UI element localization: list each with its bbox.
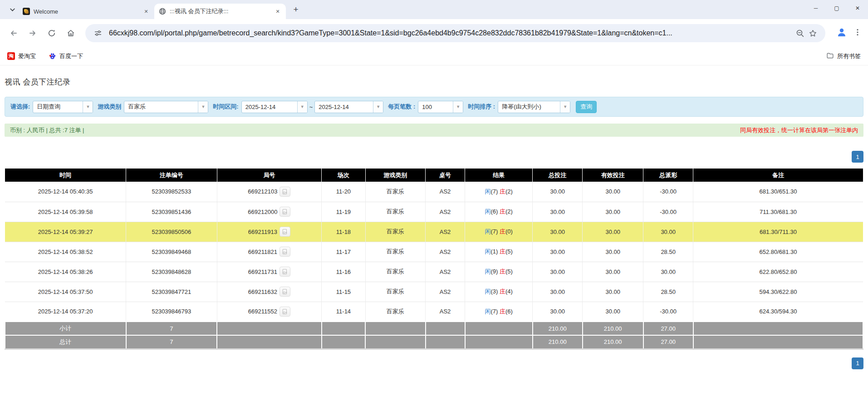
subtotal-valid-bet: 210.00 bbox=[583, 322, 643, 335]
globe-favicon-icon bbox=[159, 8, 166, 15]
close-window-button[interactable]: ✕ bbox=[847, 0, 868, 16]
game-type-select[interactable]: 百家乐 ▼ bbox=[124, 101, 208, 113]
tab-betrecord[interactable]: :::视讯 会员下注纪录::: ✕ bbox=[154, 4, 286, 19]
total-bet-cell[interactable]: 30.00 bbox=[533, 202, 583, 222]
video-replay-button[interactable] bbox=[280, 267, 290, 277]
table-no-cell: AS2 bbox=[426, 262, 465, 282]
browser-menu-icon[interactable] bbox=[853, 28, 862, 38]
round-no-cell: 669211552 bbox=[217, 302, 322, 322]
close-tab-icon[interactable]: ✕ bbox=[142, 8, 150, 15]
video-replay-button[interactable] bbox=[280, 287, 290, 297]
video-replay-button[interactable] bbox=[280, 247, 290, 257]
site-info-tune-icon[interactable] bbox=[92, 27, 104, 40]
date-from-input[interactable]: 2025-12-14 ▼ bbox=[241, 101, 308, 113]
time-cell: 2025-12-14 05:38:26 bbox=[5, 262, 126, 282]
game-type-cell: 百家乐 bbox=[365, 182, 425, 202]
remark-cell: 681.30/651.30 bbox=[693, 182, 863, 202]
search-button[interactable]: 查询 bbox=[576, 101, 597, 113]
tab-welcome[interactable]: Welcome ✕ bbox=[18, 4, 154, 19]
chevron-down-icon[interactable]: ▼ bbox=[198, 101, 208, 113]
new-tab-button[interactable]: + bbox=[289, 3, 302, 16]
table-no-cell: AS2 bbox=[426, 242, 465, 262]
video-replay-button[interactable] bbox=[280, 307, 290, 317]
valid-bet-cell: 30.00 bbox=[583, 202, 643, 222]
film-icon bbox=[282, 228, 288, 235]
total-bet-cell[interactable]: 30.00 bbox=[533, 302, 583, 322]
chevron-down-icon[interactable]: ▼ bbox=[83, 101, 93, 113]
bookmark-aitaobao[interactable]: 淘 爱淘宝 bbox=[7, 52, 36, 60]
valid-bet-cell: 30.00 bbox=[583, 262, 643, 282]
subtotal-total-bet: 210.00 bbox=[533, 322, 583, 335]
time-cell: 2025-12-14 05:39:58 bbox=[5, 202, 126, 222]
table-row: 2025-12-14 05:38:52 523039849468 6692118… bbox=[5, 242, 863, 262]
profile-avatar-icon[interactable] bbox=[836, 27, 847, 40]
minimize-button[interactable]: ─ bbox=[805, 0, 826, 16]
query-type-select[interactable]: 日期查询 ▼ bbox=[33, 101, 93, 113]
table-row: 2025-12-14 05:37:20 523039846793 6692115… bbox=[5, 302, 863, 322]
time-cell: 2025-12-14 05:40:35 bbox=[5, 182, 126, 202]
remark-cell: 711.30/681.30 bbox=[693, 202, 863, 222]
chevron-down-icon[interactable]: ▼ bbox=[373, 101, 383, 113]
table-row: 2025-12-14 05:39:58 523039851436 6692120… bbox=[5, 202, 863, 222]
bet-no-cell: 523039846793 bbox=[126, 302, 217, 322]
round-no-cell: 669211731 bbox=[217, 262, 322, 282]
back-button[interactable] bbox=[6, 26, 21, 40]
col-payout: 总派彩 bbox=[643, 169, 693, 182]
zoom-out-icon[interactable] bbox=[794, 27, 806, 40]
video-replay-button[interactable] bbox=[280, 187, 290, 197]
bet-no-cell: 523039852533 bbox=[126, 182, 217, 202]
col-bet-no: 注单编号 bbox=[126, 169, 217, 182]
chevron-down-icon[interactable]: ▼ bbox=[453, 101, 463, 113]
all-bookmarks-button[interactable]: 所有书签 bbox=[826, 52, 861, 61]
bet-note-warning: 同局有效投注，统一计算在该局第一张注单内 bbox=[740, 126, 858, 134]
total-bet-cell[interactable]: 30.00 bbox=[533, 222, 583, 242]
bet-no-cell: 523039848628 bbox=[126, 262, 217, 282]
game-type-cell: 百家乐 bbox=[365, 242, 425, 262]
video-replay-button[interactable] bbox=[280, 227, 290, 237]
result-cell: 闲(1) 庄(5) bbox=[465, 242, 533, 262]
table-body: 2025-12-14 05:40:35 523039852533 6692121… bbox=[5, 182, 863, 322]
pagination-page-1-button[interactable]: 1 bbox=[852, 357, 863, 369]
grand-total-row: 总计 7 210.00 210.00 27.00 bbox=[5, 335, 863, 349]
total-bet-cell[interactable]: 30.00 bbox=[533, 182, 583, 202]
tilde-separator: ~ bbox=[309, 104, 313, 110]
home-button[interactable] bbox=[64, 26, 78, 40]
chevron-down-icon[interactable]: ▼ bbox=[560, 101, 570, 113]
sort-select[interactable]: 降幂(由大到小) ▼ bbox=[498, 101, 570, 113]
bookmark-label: 爱淘宝 bbox=[18, 52, 36, 60]
bookmark-star-icon[interactable] bbox=[806, 27, 819, 40]
tab-search-chevron-button[interactable] bbox=[6, 4, 18, 15]
page-content: 视讯 会员下注纪录 请选择: 日期查询 ▼ 游戏类别 百家乐 ▼ 时间区间: 2… bbox=[0, 77, 868, 369]
total-count: 7 bbox=[126, 335, 217, 349]
pagination-page-1-button[interactable]: 1 bbox=[852, 151, 863, 163]
payout-cell: 28.50 bbox=[643, 242, 693, 262]
tab-title: Welcome bbox=[34, 8, 140, 15]
bookmark-baidu[interactable]: 百度一下 bbox=[49, 52, 83, 60]
total-bet-cell[interactable]: 30.00 bbox=[533, 242, 583, 262]
per-page-input[interactable]: 100 ▼ bbox=[418, 101, 463, 113]
address-bar[interactable]: 66cxkj98.com/ipl/portal.php/game/betreco… bbox=[85, 24, 825, 42]
film-icon bbox=[282, 248, 288, 255]
url-text[interactable]: 66cxkj98.com/ipl/portal.php/game/betreco… bbox=[109, 29, 789, 37]
close-tab-icon[interactable]: ✕ bbox=[274, 8, 281, 15]
remark-cell: 594.30/622.80 bbox=[693, 282, 863, 302]
reload-button[interactable] bbox=[44, 26, 59, 40]
tab-title: :::视讯 会员下注纪录::: bbox=[170, 7, 271, 15]
total-total-bet: 210.00 bbox=[533, 335, 583, 349]
total-bet-cell[interactable]: 30.00 bbox=[533, 282, 583, 302]
valid-bet-cell: 30.00 bbox=[583, 242, 643, 262]
game-type-cell: 百家乐 bbox=[365, 222, 425, 242]
col-table-no: 桌号 bbox=[426, 169, 465, 182]
date-to-input[interactable]: 2025-12-14 ▼ bbox=[314, 101, 383, 113]
film-icon bbox=[282, 308, 288, 315]
back-arrow-icon bbox=[9, 29, 18, 38]
table-row: 2025-12-14 05:40:35 523039852533 6692121… bbox=[5, 182, 863, 202]
result-cell: 闲(3) 庄(4) bbox=[465, 282, 533, 302]
video-replay-button[interactable] bbox=[280, 207, 290, 217]
maximize-button[interactable]: ▢ bbox=[826, 0, 847, 16]
total-bet-cell[interactable]: 30.00 bbox=[533, 262, 583, 282]
bookmark-label: 百度一下 bbox=[59, 52, 83, 60]
forward-button[interactable] bbox=[25, 26, 40, 40]
chevron-down-icon[interactable]: ▼ bbox=[297, 101, 307, 113]
result-cell: 闲(9) 庄(5) bbox=[465, 262, 533, 282]
